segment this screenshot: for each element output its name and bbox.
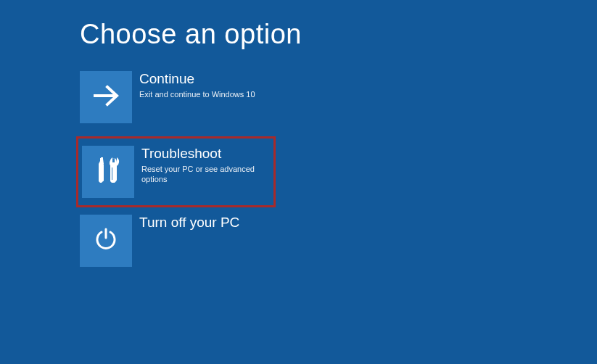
troubleshoot-subtitle: Reset your PC or see advanced options [141, 164, 266, 185]
troubleshoot-title: Troubleshoot [141, 146, 266, 162]
continue-tile [80, 71, 132, 123]
troubleshoot-tile [82, 146, 134, 198]
turnoff-tile [80, 215, 132, 267]
power-icon [93, 226, 119, 255]
option-turnoff[interactable]: Turn off your PC [80, 215, 268, 267]
options-list: Continue Exit and continue to Windows 10 [80, 71, 268, 267]
troubleshoot-text: Troubleshoot Reset your PC or see advanc… [134, 146, 266, 184]
highlight-annotation: Troubleshoot Reset your PC or see advanc… [76, 136, 276, 207]
option-continue[interactable]: Continue Exit and continue to Windows 10 [80, 71, 268, 123]
turnoff-title: Turn off your PC [139, 215, 239, 231]
tools-icon [93, 155, 123, 189]
arrow-right-icon [91, 80, 121, 114]
svg-rect-1 [100, 164, 104, 181]
svg-rect-3 [101, 157, 103, 160]
option-troubleshoot[interactable]: Troubleshoot Reset your PC or see advanc… [82, 146, 266, 198]
continue-title: Continue [139, 71, 255, 88]
continue-text: Continue Exit and continue to Windows 10 [132, 71, 255, 99]
continue-subtitle: Exit and continue to Windows 10 [139, 89, 255, 99]
page-title: Choose an option [80, 19, 302, 50]
turnoff-text: Turn off your PC [132, 215, 239, 233]
